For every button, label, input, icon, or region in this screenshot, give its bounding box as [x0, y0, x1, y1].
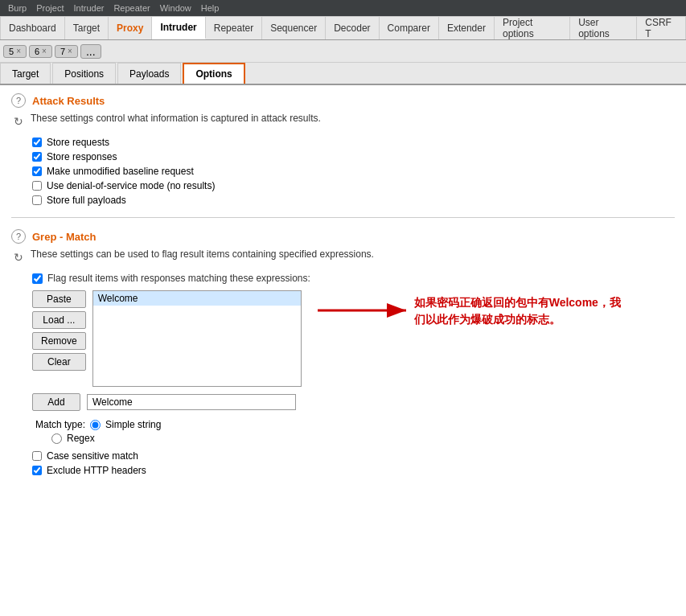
attack-results-help-icon[interactable]: ?	[11, 93, 26, 108]
simple-string-radio[interactable]	[90, 420, 101, 430]
req-tab-7[interactable]: 7 ×	[55, 45, 78, 58]
section-divider	[11, 217, 675, 218]
annotation-text: 如果密码正确返回的包中有Welcome，我们以此作为爆破成功的标志。	[414, 294, 623, 328]
exclude-headers-checkbox[interactable]	[32, 466, 42, 475]
tab-target[interactable]: Target	[65, 16, 109, 39]
grep-match-list[interactable]: Welcome	[92, 290, 302, 387]
regex-radio[interactable]	[51, 433, 62, 444]
req-tab-7-close[interactable]: ×	[68, 47, 72, 55]
attack-results-title: Attack Results	[32, 95, 105, 107]
add-input[interactable]	[87, 394, 296, 410]
attack-results-header: ? Attack Results	[11, 93, 675, 108]
intruder-tab-target[interactable]: Target	[0, 63, 51, 84]
menu-repeater[interactable]: Repeater	[109, 3, 154, 13]
baseline-checkbox[interactable]	[32, 166, 42, 176]
add-row: Add	[32, 393, 675, 411]
tab-dashboard[interactable]: Dashboard	[0, 16, 65, 39]
intruder-tab-positions[interactable]: Positions	[52, 63, 116, 84]
main-content: ? Attack Results ↻ These settings contro…	[0, 85, 686, 616]
tab-project-options[interactable]: Project options	[495, 16, 570, 39]
menu-intruder[interactable]: Intruder	[69, 3, 109, 13]
store-requests-checkbox[interactable]	[32, 138, 42, 147]
tab-repeater[interactable]: Repeater	[206, 16, 262, 39]
tab-sequencer[interactable]: Sequencer	[262, 16, 326, 39]
checkbox-full-payloads: Store full payloads	[32, 195, 675, 206]
checkbox-store-requests: Store requests	[32, 137, 675, 148]
tab-user-options[interactable]: User options	[570, 16, 637, 39]
regex-row: Regex	[51, 433, 675, 444]
checkbox-store-responses: Store responses	[32, 151, 675, 162]
intruder-tab-bar: Target Positions Payloads Options	[0, 63, 686, 85]
grep-flag-row: Flag result items with responses matchin…	[32, 273, 675, 284]
grep-match-help-icon[interactable]: ?	[11, 229, 26, 244]
tab-csrf[interactable]: CSRF T	[637, 16, 686, 39]
grep-match-refresh-icon[interactable]: ↻	[11, 250, 26, 265]
menu-bar: Burp Project Intruder Repeater Window He…	[0, 0, 686, 16]
req-tab-5[interactable]: 5 ×	[3, 45, 27, 58]
clear-button[interactable]: Clear	[32, 353, 86, 371]
request-tabs: 5 × 6 × 7 × ...	[0, 40, 686, 63]
req-tab-5-close[interactable]: ×	[16, 47, 21, 55]
tab-comparer[interactable]: Comparer	[380, 16, 439, 39]
tab-extender[interactable]: Extender	[439, 16, 495, 39]
case-sensitive-checkbox[interactable]	[32, 451, 42, 461]
annotation-arrow-icon	[310, 294, 414, 335]
tab-proxy[interactable]: Proxy	[109, 16, 152, 39]
grep-match-desc: These settings can be used to flag resul…	[31, 248, 374, 260]
grep-match-title: Grep - Match	[32, 231, 96, 243]
match-type-section: Match type: Simple string Regex	[32, 419, 675, 444]
dos-checkbox[interactable]	[32, 181, 42, 191]
req-tab-6-close[interactable]: ×	[42, 47, 47, 55]
tab-decoder[interactable]: Decoder	[326, 16, 379, 39]
exclude-headers-row: Exclude HTTP headers	[32, 465, 675, 476]
attack-results-desc: These settings control what information …	[31, 113, 321, 124]
remove-button[interactable]: Remove	[32, 332, 86, 350]
intruder-tab-payloads[interactable]: Payloads	[117, 63, 181, 84]
main-tab-bar: Dashboard Target Proxy Intruder Repeater…	[0, 16, 686, 40]
store-responses-checkbox[interactable]	[32, 152, 42, 162]
checkbox-baseline: Make unmodified baseline request	[32, 166, 675, 177]
menu-project[interactable]: Project	[31, 3, 68, 13]
list-item[interactable]: Welcome	[93, 291, 301, 306]
add-button[interactable]: Add	[32, 393, 80, 411]
checkbox-dos: Use denial-of-service mode (no results)	[32, 180, 675, 191]
list-action-buttons: Paste Load ... Remove Clear	[32, 290, 86, 371]
req-tab-more[interactable]: ...	[80, 44, 101, 59]
flag-expressions-checkbox[interactable]	[32, 273, 43, 284]
req-tab-6[interactable]: 6 ×	[29, 45, 52, 58]
full-payloads-checkbox[interactable]	[32, 195, 42, 205]
attack-results-refresh-icon[interactable]: ↻	[11, 114, 26, 129]
tab-intruder[interactable]: Intruder	[152, 16, 205, 39]
paste-button[interactable]: Paste	[32, 290, 86, 308]
grep-match-header: ? Grep - Match	[11, 229, 675, 244]
match-type-label-row: Match type: Simple string	[35, 419, 675, 430]
load-button[interactable]: Load ...	[32, 311, 86, 329]
menu-burp[interactable]: Burp	[3, 3, 31, 13]
case-sensitive-row: Case sensitive match	[32, 450, 675, 462]
menu-help[interactable]: Help	[196, 3, 224, 13]
menu-window[interactable]: Window	[155, 3, 196, 13]
intruder-tab-options[interactable]: Options	[183, 63, 244, 84]
